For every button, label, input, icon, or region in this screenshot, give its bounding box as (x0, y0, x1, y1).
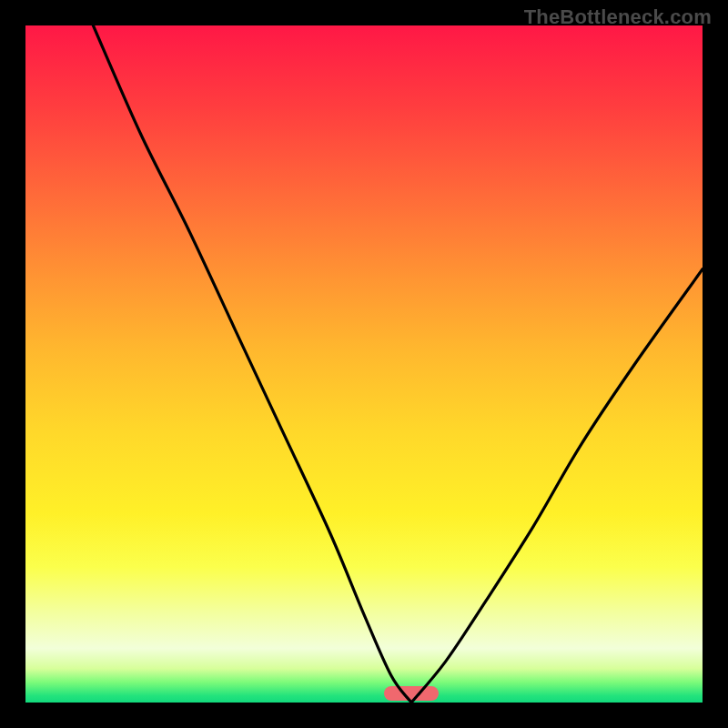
bottleneck-curve (25, 25, 703, 703)
plot-area (25, 25, 703, 703)
curve-left-branch (93, 25, 411, 703)
watermark-text: TheBottleneck.com (524, 5, 712, 29)
curve-right-branch (411, 269, 703, 703)
chart-frame: TheBottleneck.com (0, 0, 728, 728)
